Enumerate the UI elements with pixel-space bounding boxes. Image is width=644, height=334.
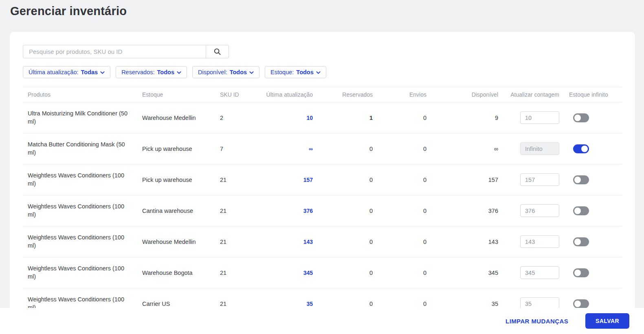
product-name: Weightless Waves Conditioners (100 ml)	[23, 261, 137, 284]
filter-available[interactable]: Disponível: Todos	[192, 66, 259, 78]
chevron-down-icon	[249, 69, 254, 75]
available-value: 376	[431, 204, 503, 217]
reserved-value: 0	[318, 235, 378, 248]
filter-label: Estoque:	[270, 69, 294, 75]
filter-value: Todos	[296, 69, 313, 75]
stock-location: Pick up warehouse	[137, 142, 215, 155]
update-count-input[interactable]	[520, 142, 559, 155]
product-name: Weightless Waves Conditioners (100 ml)	[23, 199, 137, 222]
search-icon	[213, 48, 221, 55]
sku-id-value: 7	[215, 142, 258, 155]
infinite-stock-toggle[interactable]	[573, 175, 589, 184]
filter-label: Disponível:	[198, 69, 227, 75]
infinite-stock-toggle[interactable]	[573, 299, 589, 308]
product-name: Weightless Waves Conditioners (100 ml)	[23, 230, 137, 253]
product-name: Matcha Butter Conditioning Mask (50 ml)	[23, 137, 137, 160]
sku-id-value: 21	[215, 204, 258, 217]
shipments-value: 0	[378, 266, 431, 279]
filter-value: Todos	[230, 69, 247, 75]
table-row: Weightless Waves Conditioners (100 ml) P…	[23, 164, 622, 195]
filter-last-update[interactable]: Última atualização: Todas	[23, 66, 110, 78]
reserved-value: 0	[318, 142, 378, 155]
shipments-value: 0	[378, 142, 431, 155]
filter-value: Todos	[157, 69, 174, 75]
col-infinite-stock: Estoque infinito	[564, 87, 622, 102]
filter-bar: Última atualização: Todas Reservados: To…	[23, 66, 622, 78]
col-stock: Estoque	[137, 87, 215, 102]
col-available: Disponível	[431, 87, 503, 102]
save-button[interactable]: SALVAR	[585, 313, 629, 329]
table-row: Weightless Waves Conditioners (100 ml) W…	[23, 226, 622, 257]
infinite-stock-toggle[interactable]	[573, 206, 589, 215]
sku-id-value: 21	[215, 235, 258, 248]
product-name: Ultra Moisturizing Milk Conditioner (50 …	[23, 106, 137, 129]
sku-id-value: 21	[215, 173, 258, 186]
table-header: Produtos Estoque SKU ID Última atualizaç…	[23, 87, 622, 102]
stock-location: Pick up warehouse	[137, 173, 215, 186]
col-update-count: Atualizar contagem	[503, 87, 564, 102]
shipments-value: 0	[378, 204, 431, 217]
col-reserved: Reservados	[318, 87, 378, 102]
available-value: 143	[431, 235, 503, 248]
stock-location: Warehouse Medellin	[137, 111, 215, 124]
last-update-link[interactable]: 143	[303, 239, 313, 245]
sku-id-value: 21	[215, 266, 258, 279]
reserved-value: 0	[318, 204, 378, 217]
stock-location: Warehouse Bogota	[137, 266, 215, 279]
search-group	[23, 45, 229, 58]
update-count-input[interactable]	[520, 235, 559, 248]
search-button[interactable]	[206, 45, 229, 58]
infinite-stock-toggle[interactable]	[573, 144, 589, 153]
update-count-input[interactable]	[520, 111, 559, 124]
filter-reserved[interactable]: Reservados: Todos	[116, 66, 187, 78]
last-update-link[interactable]: ∞	[309, 146, 313, 152]
reserved-value: 1	[318, 111, 378, 124]
filter-stock[interactable]: Estoque: Todos	[265, 66, 326, 78]
clear-changes-button[interactable]: LIMPAR MUDANÇAS	[506, 318, 568, 325]
update-count-input[interactable]	[520, 266, 559, 279]
col-products: Produtos	[23, 87, 137, 102]
filter-label: Última atualização:	[29, 69, 79, 75]
last-update-link[interactable]: 345	[303, 270, 313, 276]
table-body: Ultra Moisturizing Milk Conditioner (50 …	[23, 102, 622, 319]
sku-id-value: 2	[215, 111, 258, 124]
shipments-value: 0	[378, 173, 431, 186]
shipments-value: 0	[378, 235, 431, 248]
update-count-input[interactable]	[520, 204, 559, 217]
action-footer: LIMPAR MUDANÇAS SALVAR	[0, 308, 644, 334]
reserved-value: 0	[318, 173, 378, 186]
col-last-update: Última atualização	[258, 87, 318, 102]
table-row: Weightless Waves Conditioners (100 ml) W…	[23, 257, 622, 288]
table-row: Matcha Butter Conditioning Mask (50 ml) …	[23, 133, 622, 164]
col-shipments: Envios	[378, 87, 431, 102]
last-update-link[interactable]: 157	[303, 177, 313, 183]
stock-location: Warehouse Medellin	[137, 235, 215, 248]
shipments-value: 0	[378, 111, 431, 124]
product-name: Weightless Waves Conditioners (100 ml)	[23, 168, 137, 191]
search-input[interactable]	[23, 45, 206, 58]
inventory-table: Produtos Estoque SKU ID Última atualizaç…	[23, 87, 622, 319]
available-value: ∞	[431, 142, 503, 155]
available-value: 345	[431, 266, 503, 279]
infinite-stock-toggle[interactable]	[573, 113, 589, 122]
last-update-link[interactable]: 10	[306, 115, 313, 121]
available-value: 9	[431, 111, 503, 124]
update-count-input[interactable]	[520, 173, 559, 186]
chevron-down-icon	[177, 69, 181, 75]
infinite-stock-toggle[interactable]	[573, 237, 589, 246]
reserved-value: 0	[318, 266, 378, 279]
inventory-card: Última atualização: Todas Reservados: To…	[10, 32, 635, 334]
page-title: Gerenciar inventário	[10, 4, 644, 18]
available-value: 157	[431, 173, 503, 186]
filter-label: Reservados:	[121, 69, 154, 75]
last-update-link[interactable]: 35	[306, 301, 313, 307]
stock-location: Cantina warehouse	[137, 204, 215, 217]
last-update-link[interactable]: 376	[303, 208, 313, 214]
table-row: Weightless Waves Conditioners (100 ml) C…	[23, 195, 622, 226]
table-row: Ultra Moisturizing Milk Conditioner (50 …	[23, 102, 622, 133]
chevron-down-icon	[316, 69, 321, 75]
infinite-stock-toggle[interactable]	[573, 268, 589, 277]
filter-value: Todas	[81, 69, 98, 75]
chevron-down-icon	[100, 69, 105, 75]
col-sku-id: SKU ID	[215, 87, 258, 102]
